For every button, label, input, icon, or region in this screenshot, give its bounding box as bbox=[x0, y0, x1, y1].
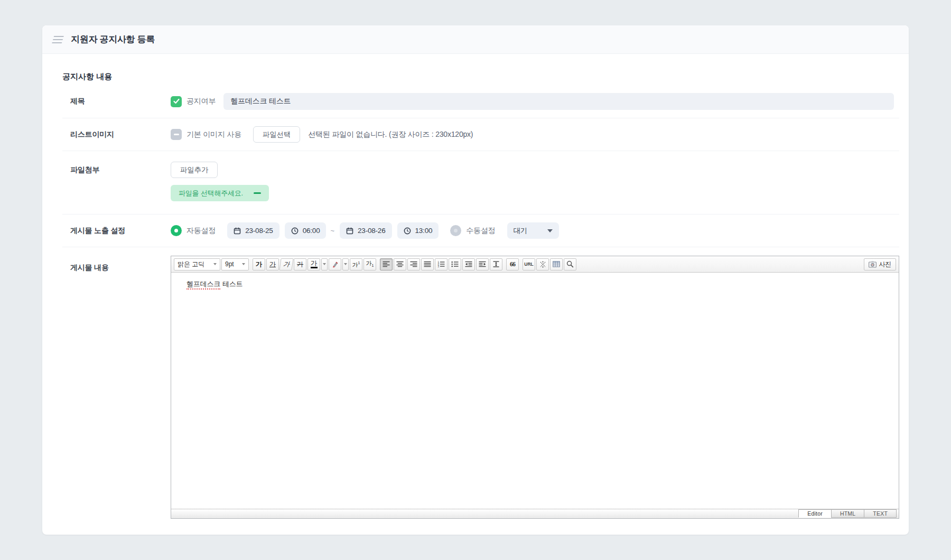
editor-text: 테스트 bbox=[222, 280, 243, 288]
row-list-image: 리스트이미지 기본 이미지 사용 파일선택 선택된 파일이 없습니다. (권장 … bbox=[62, 118, 899, 151]
calendar-icon bbox=[346, 227, 353, 235]
start-time-field[interactable]: 06:00 bbox=[285, 222, 327, 239]
calendar-icon bbox=[234, 227, 241, 235]
editor-footer: Editor HTML TEXT bbox=[171, 509, 899, 518]
url-button[interactable]: URL bbox=[523, 258, 535, 270]
editor-content-area[interactable]: 헬프데스크테스트 bbox=[171, 273, 899, 509]
title-input[interactable] bbox=[223, 93, 894, 110]
row-attachment: 파일첨부 파일추가 파일을 선택해주세요. bbox=[62, 151, 899, 214]
start-date-field[interactable]: 23-08-25 bbox=[227, 222, 279, 239]
indent-icon bbox=[479, 261, 486, 267]
row-exposure: 게시물 노출 설정 자동설정 23-08-25 06:00 ~ 23-08-26 bbox=[62, 214, 899, 247]
font-color-button[interactable]: 가 bbox=[307, 258, 320, 270]
font-family-select[interactable]: 맑은 고딕 bbox=[174, 258, 220, 270]
chevron-down-icon bbox=[242, 263, 245, 265]
auto-setting-radio[interactable] bbox=[171, 225, 182, 236]
font-size-select[interactable]: 9pt bbox=[221, 258, 249, 270]
superscript-button[interactable]: 가1 bbox=[350, 258, 362, 270]
unordered-list-icon bbox=[451, 261, 459, 267]
justify-button[interactable] bbox=[421, 258, 434, 270]
row-attachment-label: 파일첨부 bbox=[62, 162, 171, 175]
indent-button[interactable] bbox=[476, 258, 489, 270]
strikethrough-button[interactable]: 가 bbox=[294, 258, 306, 270]
indeterminate-icon bbox=[174, 134, 179, 135]
font-color-caret[interactable] bbox=[321, 258, 328, 270]
row-list-image-label: 리스트이미지 bbox=[62, 130, 171, 139]
highlight-button[interactable] bbox=[329, 258, 341, 270]
end-date-field[interactable]: 23-08-26 bbox=[340, 222, 391, 239]
outdent-icon bbox=[465, 261, 472, 267]
auto-setting-label: 자동설정 bbox=[187, 226, 216, 236]
notice-checkbox-label: 공지여부 bbox=[187, 97, 216, 106]
end-date-value: 23-08-26 bbox=[358, 227, 385, 235]
remove-file-icon[interactable] bbox=[254, 192, 261, 194]
rich-text-editor: 맑은 고딕 9pt 가 가 가 가 가 bbox=[171, 256, 899, 519]
photo-icon bbox=[869, 261, 877, 268]
status-select[interactable]: 대기 bbox=[507, 222, 559, 239]
align-right-icon bbox=[410, 261, 417, 267]
default-image-checkbox[interactable] bbox=[171, 129, 182, 140]
align-left-button[interactable] bbox=[380, 258, 393, 270]
table-button[interactable] bbox=[550, 258, 563, 270]
align-center-button[interactable] bbox=[394, 258, 406, 270]
ordered-list-button[interactable]: 123 bbox=[435, 258, 447, 270]
file-placeholder-box: 파일을 선택해주세요. bbox=[171, 185, 269, 201]
row-title-label: 제목 bbox=[62, 97, 171, 106]
end-time-field[interactable]: 13:00 bbox=[397, 222, 439, 239]
search-button[interactable] bbox=[564, 258, 576, 270]
menu-icon[interactable] bbox=[50, 35, 65, 44]
row-exposure-label: 게시물 노출 설정 bbox=[62, 226, 171, 236]
justify-icon bbox=[424, 261, 431, 267]
line-height-button[interactable] bbox=[490, 258, 502, 270]
page-title: 지원자 공지사항 등록 bbox=[71, 33, 155, 45]
chevron-down-icon bbox=[213, 263, 217, 265]
end-time-value: 13:00 bbox=[415, 227, 433, 235]
status-select-value: 대기 bbox=[514, 226, 528, 236]
editor-text-spellchecked: 헬프데스크 bbox=[187, 280, 220, 290]
ordered-list-icon: 123 bbox=[437, 261, 445, 267]
tab-editor-mode[interactable]: Editor bbox=[798, 509, 832, 518]
color-bar bbox=[311, 267, 318, 268]
row-title: 제목 공지여부 bbox=[62, 85, 899, 118]
manual-setting-radio[interactable] bbox=[450, 225, 461, 236]
align-left-icon bbox=[383, 261, 390, 267]
section-title: 공지사항 내용 bbox=[62, 72, 899, 82]
photo-button[interactable]: 사진 bbox=[864, 258, 896, 270]
align-center-icon bbox=[396, 261, 404, 267]
chevron-down-icon bbox=[547, 229, 553, 232]
form-content: 공지사항 내용 제목 공지여부 리스트이미지 기본 이미지 사용 파일선택 선택… bbox=[42, 72, 909, 526]
row-content: 게시물 내용 맑은 고딕 9pt 가 가 가 가 가 bbox=[62, 247, 899, 526]
clock-icon bbox=[291, 227, 299, 235]
line-height-icon bbox=[492, 261, 500, 267]
row-content-label: 게시물 내용 bbox=[62, 256, 171, 273]
outdent-button[interactable] bbox=[462, 258, 475, 270]
special-char-icon bbox=[539, 261, 546, 268]
tab-text-mode[interactable]: TEXT bbox=[864, 509, 897, 518]
clock-icon bbox=[404, 227, 411, 235]
underline-button[interactable]: 가 bbox=[266, 258, 279, 270]
default-image-checkbox-label: 기본 이미지 사용 bbox=[187, 130, 241, 139]
add-file-button[interactable]: 파일추가 bbox=[171, 162, 218, 178]
no-file-text: 선택된 파일이 없습니다. (권장 사이즈 : 230x120px) bbox=[308, 130, 473, 139]
tab-html-mode[interactable]: HTML bbox=[831, 509, 864, 518]
highlight-caret[interactable] bbox=[342, 258, 349, 270]
card-header: 지원자 공지사항 등록 bbox=[42, 25, 909, 54]
italic-button[interactable]: 가 bbox=[279, 258, 293, 270]
manual-setting-label: 수동설정 bbox=[466, 226, 495, 236]
start-date-value: 23-08-25 bbox=[245, 227, 273, 235]
marker-pen-icon bbox=[331, 260, 339, 268]
check-icon bbox=[173, 99, 180, 104]
bold-button[interactable]: 가 bbox=[253, 258, 265, 270]
search-icon bbox=[566, 260, 574, 268]
subscript-button[interactable]: 가1 bbox=[363, 258, 376, 270]
blockquote-button[interactable]: 66 bbox=[506, 258, 519, 270]
editor-toolbar: 맑은 고딕 9pt 가 가 가 가 가 bbox=[171, 256, 899, 273]
special-char-button[interactable] bbox=[536, 258, 549, 270]
align-right-button[interactable] bbox=[407, 258, 420, 270]
unordered-list-button[interactable] bbox=[449, 258, 461, 270]
notice-register-card: 지원자 공지사항 등록 공지사항 내용 제목 공지여부 리스트이미지 기본 이미… bbox=[42, 25, 909, 535]
start-time-value: 06:00 bbox=[303, 227, 320, 235]
svg-text:3: 3 bbox=[437, 265, 439, 267]
notice-checkbox[interactable] bbox=[171, 96, 182, 107]
file-select-button[interactable]: 파일선택 bbox=[253, 126, 300, 143]
